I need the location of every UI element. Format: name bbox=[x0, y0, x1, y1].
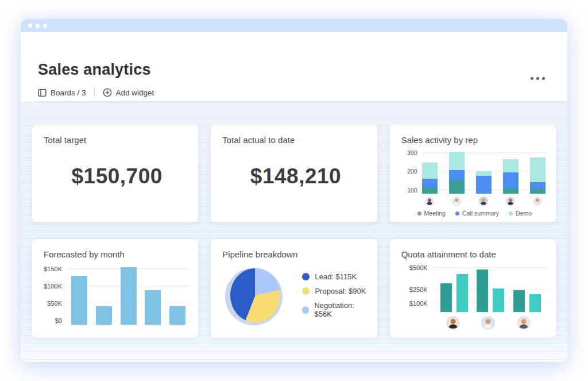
bar-group bbox=[513, 290, 541, 312]
quota-bar bbox=[529, 294, 541, 312]
rep-avatar bbox=[533, 197, 542, 206]
widget-pipeline[interactable]: Pipeline breakdown Lead: $115KProposal: … bbox=[211, 239, 377, 338]
legend-label: Proposal: $90K bbox=[315, 287, 366, 295]
quota-bar bbox=[440, 283, 452, 312]
avatar-slot bbox=[474, 316, 502, 330]
bar-segment-meeting bbox=[449, 180, 465, 194]
widget-title: Total actual to date bbox=[222, 135, 369, 145]
widget-total-target[interactable]: Total target $150,700 bbox=[32, 125, 198, 222]
quota-y-axis: $500K$250K$100K bbox=[401, 266, 428, 312]
ellipsis-icon bbox=[536, 77, 539, 80]
activity-plot-bars bbox=[422, 152, 546, 194]
widget-sales-activity[interactable]: Sales activity by rep 100200300 bbox=[390, 125, 556, 222]
rep-avatar bbox=[479, 197, 488, 206]
dashboard-header: Sales analytics Boards / 3 bbox=[21, 32, 567, 102]
widget-title: Forecasted by month bbox=[44, 249, 190, 259]
legend-dot bbox=[302, 287, 310, 295]
window-titlebar bbox=[21, 19, 567, 32]
y-tick-label: $500K bbox=[409, 264, 428, 271]
pie-wrap bbox=[230, 268, 280, 322]
rep-avatar bbox=[506, 197, 515, 206]
ellipsis-icon bbox=[542, 77, 545, 80]
bar-segment-demo bbox=[422, 163, 438, 179]
activity-avatars bbox=[422, 197, 546, 206]
quota-bar bbox=[477, 270, 488, 312]
activity-legend: MeetingCall summaryDemo bbox=[401, 210, 548, 217]
activity-chart: 100200300 bbox=[401, 150, 548, 194]
legend-item: Negotiation: $56K bbox=[302, 301, 369, 318]
legend-label: Meeting bbox=[424, 210, 446, 217]
bar-segment-meeting bbox=[503, 188, 519, 194]
bar-segment-demo bbox=[530, 157, 546, 182]
forecast-y-axis: $150K$100K$50K$0 bbox=[44, 265, 62, 325]
rep-avatar bbox=[446, 316, 460, 330]
stacked-bar bbox=[476, 171, 492, 194]
widget-title: Total target bbox=[44, 135, 190, 145]
forecast-bar bbox=[121, 267, 137, 325]
more-options-button[interactable] bbox=[527, 74, 548, 83]
widget-total-actual[interactable]: Total actual to date $148,210 bbox=[211, 125, 377, 222]
kpi-value: $150,700 bbox=[44, 164, 190, 188]
widget-quota[interactable]: Quota attainment to date $500K$250K$100K bbox=[390, 239, 556, 338]
legend-dot bbox=[302, 273, 310, 280]
legend-label: Negotiation: $56K bbox=[314, 301, 369, 318]
window-control-dot[interactable] bbox=[28, 24, 32, 28]
quota-bar bbox=[513, 290, 525, 312]
legend-dot bbox=[455, 211, 459, 215]
forecast-plot-bars bbox=[71, 267, 185, 325]
ellipsis-icon bbox=[531, 77, 533, 80]
boards-button[interactable]: Boards / 3 bbox=[38, 88, 86, 97]
forecast-bar bbox=[169, 306, 185, 325]
window-control-dot[interactable] bbox=[36, 24, 40, 28]
stacked-bar bbox=[503, 159, 519, 194]
quota-plot bbox=[434, 266, 548, 312]
y-tick-label: $100K bbox=[44, 283, 62, 290]
quota-chart: $500K$250K$100K bbox=[401, 266, 548, 312]
add-widget-label: Add widget bbox=[116, 88, 154, 97]
legend-label: Call summary bbox=[462, 210, 499, 217]
bar-segment-meeting bbox=[422, 187, 438, 194]
y-tick-label: $100K bbox=[409, 300, 428, 307]
bar-segment-demo bbox=[449, 152, 465, 170]
widget-title: Quota attainment to date bbox=[401, 249, 548, 259]
avatar-slot bbox=[449, 197, 465, 206]
bar-segment-demo bbox=[503, 159, 519, 172]
forecast-bar bbox=[71, 276, 87, 325]
plus-circle-icon bbox=[103, 88, 112, 97]
stacked-bar bbox=[530, 157, 546, 194]
bar-group bbox=[440, 274, 468, 312]
bar-segment-meeting bbox=[530, 189, 546, 194]
y-tick-label: $250K bbox=[409, 286, 428, 293]
window-control-dot[interactable] bbox=[43, 24, 47, 28]
dashboard-content: Total target $150,700 Total actual to da… bbox=[21, 102, 567, 362]
quota-bar bbox=[457, 274, 468, 312]
rep-avatar bbox=[517, 316, 531, 330]
widget-title: Pipeline breakdown bbox=[222, 249, 369, 259]
avatar-slot bbox=[510, 316, 537, 330]
widget-title: Sales activity by rep bbox=[401, 135, 548, 145]
toolbar-divider bbox=[94, 88, 95, 97]
bar-segment-call-summary bbox=[503, 172, 519, 188]
forecast-plot bbox=[67, 265, 190, 325]
bar-segment-demo bbox=[476, 171, 492, 176]
widget-forecast[interactable]: Forecasted by month $150K$100K$50K$0 bbox=[32, 239, 198, 338]
y-tick-label: 300 bbox=[407, 149, 417, 156]
quota-plot-bars bbox=[440, 270, 541, 312]
bar-segment-call-summary bbox=[422, 179, 438, 187]
legend-item: Lead: $115K bbox=[302, 272, 369, 281]
pipeline-chart: Lead: $115KProposal: $90KNegotiation: $5… bbox=[222, 268, 369, 322]
y-tick-label: $0 bbox=[55, 317, 62, 324]
bar-segment-call-summary bbox=[530, 182, 546, 189]
kpi-value: $148,210 bbox=[222, 164, 369, 188]
toolbar: Boards / 3 Add widget bbox=[38, 88, 154, 97]
legend-item: Meeting bbox=[417, 210, 446, 217]
activity-y-axis: 100200300 bbox=[401, 150, 417, 194]
add-widget-button[interactable]: Add widget bbox=[103, 88, 154, 97]
legend-item: Call summary bbox=[455, 210, 499, 217]
page-title: Sales analytics bbox=[38, 61, 151, 79]
bar-group bbox=[477, 270, 504, 312]
activity-plot bbox=[422, 150, 548, 194]
legend-dot bbox=[509, 211, 513, 215]
widget-grid: Total target $150,700 Total actual to da… bbox=[32, 125, 556, 338]
legend-dot bbox=[417, 211, 421, 215]
